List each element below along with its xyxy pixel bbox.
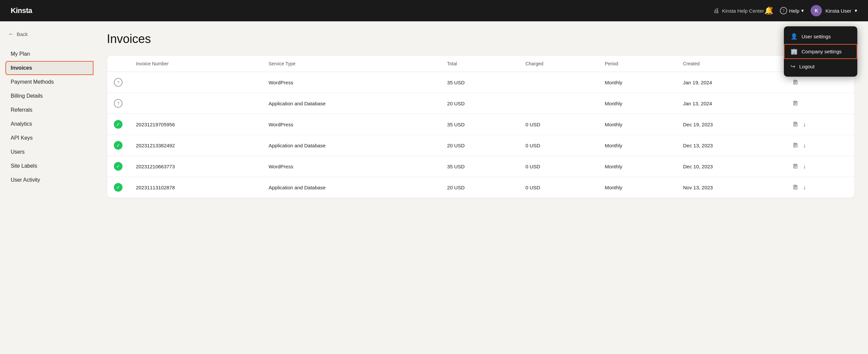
table-body: ?WordPress35 USDMonthlyJan 19, 2024🖹?App… xyxy=(107,72,854,198)
period-cell: Monthly xyxy=(598,72,676,93)
download-invoice-button[interactable]: ↓ xyxy=(803,184,806,191)
sidebar-item-billing-details[interactable]: Billing Details xyxy=(5,89,93,103)
table-row: ?WordPress35 USDMonthlyJan 19, 2024🖹 xyxy=(107,72,854,93)
charged-cell: 0 USD xyxy=(519,114,598,135)
col-period: Period xyxy=(598,56,676,72)
status-cell: ✓ xyxy=(107,156,129,177)
status-cell: ? xyxy=(107,72,129,93)
view-invoice-button[interactable]: 🖹 xyxy=(793,79,799,86)
back-button[interactable]: ← Back xyxy=(5,29,30,39)
view-invoice-button[interactable]: 🖹 xyxy=(793,100,799,107)
invoices-table-container: Invoice Number Service Type Total Charge… xyxy=(107,55,855,198)
actions-cell: 🖹 xyxy=(786,93,854,114)
notifications-button[interactable]: 🔔 xyxy=(764,6,773,15)
sidebar-item-site-labels[interactable]: Site Labels xyxy=(5,159,93,173)
col-charged: Charged xyxy=(519,56,598,72)
dropdown-logout[interactable]: ↪ Logout xyxy=(784,59,857,74)
sidebar-item-payment-methods[interactable]: Payment Methods xyxy=(5,75,93,89)
download-invoice-button[interactable]: ↓ xyxy=(803,163,806,170)
total-cell: 35 USD xyxy=(440,72,519,93)
check-icon: ✓ xyxy=(114,162,123,171)
download-invoice-button[interactable]: ↓ xyxy=(803,121,806,128)
layout: ← Back My Plan Invoices Payment Methods … xyxy=(0,21,868,354)
sidebar-item-invoices[interactable]: Invoices xyxy=(5,61,93,75)
header-right: 🔔 ? Help ▾ K Kinsta User ▾ 👤 User settin… xyxy=(764,5,857,16)
sidebar-item-my-plan[interactable]: My Plan xyxy=(5,47,93,61)
invoice-number-cell: 20231113102878 xyxy=(129,177,262,198)
logout-icon: ↪ xyxy=(790,63,795,70)
header: Kinsta 🖨 Kinsta Help Center 🔔 ? Help ▾ K… xyxy=(0,0,868,21)
charged-cell: 0 USD xyxy=(519,135,598,156)
invoices-table: Invoice Number Service Type Total Charge… xyxy=(107,56,854,198)
main-content: Invoices Invoice Number Service Type Tot… xyxy=(93,21,868,354)
service-type-cell: WordPress xyxy=(262,72,440,93)
total-cell: 20 USD xyxy=(440,93,519,114)
col-service-type: Service Type xyxy=(262,56,440,72)
dropdown-company-settings[interactable]: 🏢 Company settings xyxy=(784,44,857,59)
created-cell: Dec 10, 2023 xyxy=(676,156,786,177)
view-invoice-button[interactable]: 🖹 xyxy=(793,121,799,128)
help-center-label: Kinsta Help Center xyxy=(722,8,764,14)
charged-cell: 0 USD xyxy=(519,177,598,198)
help-button[interactable]: ? Help ▾ xyxy=(780,7,804,14)
actions-cell: 🖹↓ xyxy=(786,177,854,198)
user-chevron-icon: ▾ xyxy=(855,8,857,14)
col-created: Created xyxy=(676,56,786,72)
download-invoice-button[interactable]: ↓ xyxy=(803,142,806,149)
status-cell: ✓ xyxy=(107,135,129,156)
service-type-cell: Application and Database xyxy=(262,135,440,156)
building-icon: 🏢 xyxy=(790,48,798,55)
avatar: K xyxy=(811,5,822,16)
user-name: Kinsta User xyxy=(825,8,851,14)
question-icon: ? xyxy=(114,99,123,108)
user-menu-button[interactable]: K Kinsta User ▾ xyxy=(811,5,857,16)
charged-cell xyxy=(519,93,598,114)
help-center-link[interactable]: 🖨 Kinsta Help Center xyxy=(713,7,764,14)
view-invoice-button[interactable]: 🖹 xyxy=(793,142,799,149)
table-row: ✓20231210663773WordPress35 USD0 USDMonth… xyxy=(107,156,854,177)
sidebar-item-user-activity[interactable]: User Activity xyxy=(5,173,93,187)
service-type-cell: WordPress xyxy=(262,114,440,135)
dropdown-logout-label: Logout xyxy=(799,64,814,69)
check-icon: ✓ xyxy=(114,120,123,129)
status-cell: ? xyxy=(107,93,129,114)
created-cell: Jan 13, 2024 xyxy=(676,93,786,114)
logo: Kinsta xyxy=(11,6,713,15)
sidebar-item-analytics[interactable]: Analytics xyxy=(5,117,93,131)
invoice-number-cell: 20231210663773 xyxy=(129,156,262,177)
invoice-number-cell xyxy=(129,93,262,114)
service-type-cell: Application and Database xyxy=(262,177,440,198)
view-invoice-button[interactable]: 🖹 xyxy=(793,184,799,191)
period-cell: Monthly xyxy=(598,135,676,156)
actions-cell: 🖹↓ xyxy=(786,135,854,156)
view-invoice-button[interactable]: 🖹 xyxy=(793,163,799,170)
sidebar-item-referrals[interactable]: Referrals xyxy=(5,103,93,117)
sidebar-item-users[interactable]: Users xyxy=(5,145,93,159)
check-icon: ✓ xyxy=(114,183,123,192)
table-row: ✓20231113102878Application and Database2… xyxy=(107,177,854,198)
invoice-number-cell: 20231213382492 xyxy=(129,135,262,156)
sidebar-item-api-keys[interactable]: API Keys xyxy=(5,131,93,145)
invoice-number-cell: 20231219705956 xyxy=(129,114,262,135)
total-cell: 35 USD xyxy=(440,156,519,177)
table-row: ?Application and Database20 USDMonthlyJa… xyxy=(107,93,854,114)
person-icon: 👤 xyxy=(790,33,798,40)
user-dropdown-menu: 👤 User settings 🏢 Company settings ↪ Log… xyxy=(784,26,857,77)
dropdown-user-settings[interactable]: 👤 User settings xyxy=(784,29,857,44)
chevron-down-icon: ▾ xyxy=(801,8,804,14)
created-cell: Jan 19, 2024 xyxy=(676,72,786,93)
period-cell: Monthly xyxy=(598,93,676,114)
col-total: Total xyxy=(440,56,519,72)
charged-cell: 0 USD xyxy=(519,156,598,177)
back-label: Back xyxy=(17,31,28,37)
question-icon: ? xyxy=(114,78,123,87)
total-cell: 20 USD xyxy=(440,135,519,156)
created-cell: Nov 13, 2023 xyxy=(676,177,786,198)
table-row: ✓20231213382492Application and Database2… xyxy=(107,135,854,156)
period-cell: Monthly xyxy=(598,156,676,177)
sidebar: ← Back My Plan Invoices Payment Methods … xyxy=(0,21,93,354)
status-cell: ✓ xyxy=(107,114,129,135)
invoice-number-cell xyxy=(129,72,262,93)
help-label: Help xyxy=(789,8,800,14)
col-status xyxy=(107,56,129,72)
